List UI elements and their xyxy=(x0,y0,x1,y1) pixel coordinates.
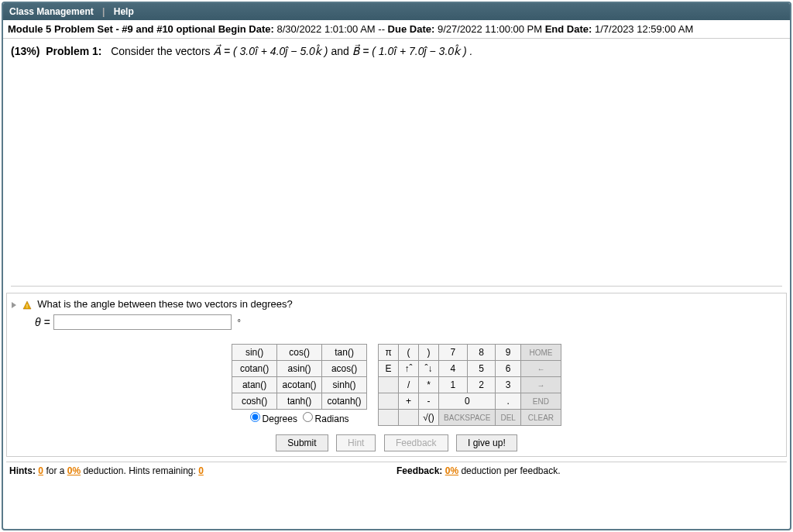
sqrt-button[interactable]: √() xyxy=(419,410,439,426)
tanh-button[interactable]: tanh() xyxy=(277,393,322,410)
angle-mode: Degrees Radians xyxy=(232,410,367,427)
left-button[interactable]: ← xyxy=(520,361,561,377)
e-button[interactable]: E xyxy=(379,361,399,377)
one-button[interactable]: 1 xyxy=(439,377,468,393)
due-date: 9/27/2022 11:00:00 PM xyxy=(438,23,542,35)
question-prompt: What is the angle between these two vect… xyxy=(37,298,293,310)
minus-button[interactable]: - xyxy=(419,393,439,410)
lparen-button[interactable]: ( xyxy=(399,345,419,361)
dot-button[interactable]: . xyxy=(496,393,520,410)
hints-count: 0 xyxy=(38,465,43,476)
footer: Hints: 0 for a 0% deduction. Hints remai… xyxy=(6,462,787,479)
cos-button[interactable]: cos() xyxy=(277,345,322,361)
four-button[interactable]: 4 xyxy=(439,361,468,377)
hint-button[interactable]: Hint xyxy=(336,434,376,451)
feedback-pct: 0% xyxy=(445,465,458,476)
module-header: Module 5 Problem Set - #9 and #10 option… xyxy=(3,20,790,39)
acos-button[interactable]: acos() xyxy=(322,361,367,377)
six-button[interactable]: 6 xyxy=(496,361,520,377)
help-link[interactable]: Help xyxy=(114,6,134,17)
end-date: 1/7/2023 12:59:00 AM xyxy=(595,23,693,35)
due-date-label: Due Date: xyxy=(388,23,435,35)
module-title: Module 5 Problem Set - #9 and #10 option… xyxy=(8,23,215,35)
answer-input[interactable] xyxy=(53,314,232,330)
vector-a: A⃗ = ( 3.0î + 4.0ĵ − 5.0k̂ ) xyxy=(213,45,328,57)
class-management-link[interactable]: Class Management xyxy=(9,6,94,17)
unit-label: ° xyxy=(238,317,241,327)
plus-button[interactable]: + xyxy=(399,393,419,410)
hints-remaining: 0 xyxy=(198,465,204,476)
separator: | xyxy=(102,6,105,17)
two-button[interactable]: 2 xyxy=(467,377,496,393)
eight-button[interactable]: 8 xyxy=(467,345,496,361)
giveup-button[interactable]: I give up! xyxy=(456,434,517,451)
pi-button[interactable]: π xyxy=(379,345,399,361)
clear-button[interactable]: CLEAR xyxy=(520,410,561,426)
warning-icon: ! xyxy=(22,300,32,310)
begin-date-label: Begin Date: xyxy=(218,23,274,35)
numeric-keypad: π ( ) 7 8 9 HOME E ↑ˆ ˆ↓ 4 5 6 ← xyxy=(378,344,561,426)
zero-button[interactable]: 0 xyxy=(439,393,496,410)
multiply-button[interactable]: * xyxy=(419,377,439,393)
cosh-button[interactable]: cosh() xyxy=(232,393,277,410)
home-button[interactable]: HOME xyxy=(520,345,561,361)
sin-button[interactable]: sin() xyxy=(232,345,277,361)
nine-button[interactable]: 9 xyxy=(496,345,520,361)
feedback-button[interactable]: Feedback xyxy=(384,434,448,451)
up-button[interactable]: ↑ˆ xyxy=(399,361,419,377)
sinh-button[interactable]: sinh() xyxy=(322,377,367,393)
hints-text2: deduction. Hints remaining: xyxy=(83,465,198,476)
problem-label: Problem 1: xyxy=(46,45,101,57)
workspace xyxy=(11,62,782,287)
feedback-label: Feedback: xyxy=(396,465,442,476)
begin-date: 8/30/2022 1:01:00 AM xyxy=(276,23,375,35)
problem-statement: (13%) Problem 1: Consider the vectors A⃗… xyxy=(11,45,782,57)
submit-button[interactable]: Submit xyxy=(276,434,328,451)
three-button[interactable]: 3 xyxy=(496,377,520,393)
svg-text:!: ! xyxy=(26,304,28,309)
right-button[interactable]: → xyxy=(520,377,561,393)
problem-text-1: Consider the vectors xyxy=(111,45,213,57)
titlebar: Class Management | Help xyxy=(3,3,790,20)
hints-pct: 0% xyxy=(67,465,81,476)
function-keypad: sin()cos()tan() cotan()asin()acos() atan… xyxy=(232,344,367,427)
feedback-text: deduction per feedback. xyxy=(461,465,560,476)
variable-label: θ = xyxy=(35,316,50,328)
seven-button[interactable]: 7 xyxy=(439,345,468,361)
hints-text: for a xyxy=(46,465,67,476)
backspace-button[interactable]: BACKSPACE xyxy=(439,410,496,426)
degrees-radio[interactable]: Degrees xyxy=(250,414,297,424)
end-button[interactable]: END xyxy=(520,393,561,410)
problem-weight: (13%) xyxy=(11,45,39,57)
cotanh-button[interactable]: cotanh() xyxy=(322,393,367,410)
five-button[interactable]: 5 xyxy=(467,361,496,377)
end-date-label: End Date: xyxy=(545,23,592,35)
hints-label: Hints: xyxy=(9,465,36,476)
question-panel: ! What is the angle between these two ve… xyxy=(6,293,787,457)
rparen-button[interactable]: ) xyxy=(419,345,439,361)
down-button[interactable]: ˆ↓ xyxy=(419,361,439,377)
action-buttons: Submit Hint Feedback I give up! xyxy=(12,434,781,451)
atan-button[interactable]: atan() xyxy=(232,377,277,393)
acotan-button[interactable]: acotan() xyxy=(277,377,322,393)
tan-button[interactable]: tan() xyxy=(322,345,367,361)
del-button[interactable]: DEL xyxy=(496,410,520,426)
divide-button[interactable]: / xyxy=(399,377,419,393)
problem-and: and xyxy=(331,45,352,57)
radians-radio[interactable]: Radians xyxy=(303,414,349,424)
asin-button[interactable]: asin() xyxy=(277,361,322,377)
expand-icon[interactable] xyxy=(12,302,16,308)
cotan-button[interactable]: cotan() xyxy=(232,361,277,377)
vector-b: B⃗ = ( 1.0î + 7.0ĵ − 3.0k̂ ) . xyxy=(352,45,473,57)
